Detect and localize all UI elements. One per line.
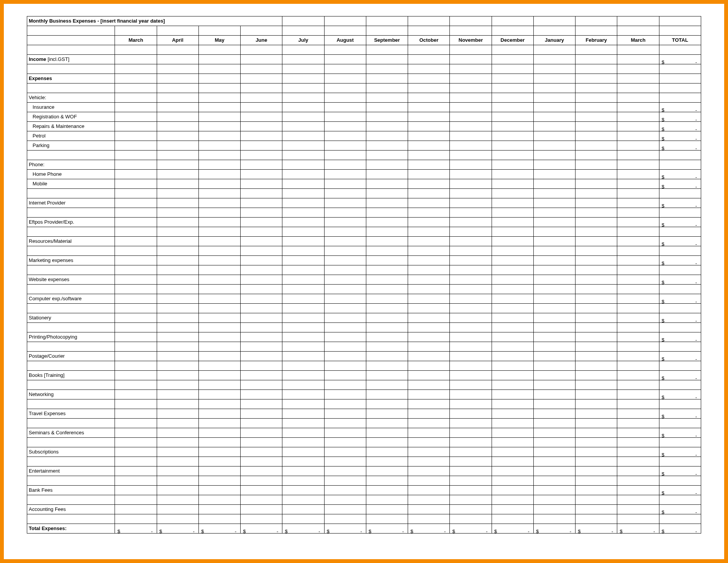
cell[interactable] xyxy=(533,361,575,371)
cell[interactable] xyxy=(617,122,659,131)
cell[interactable] xyxy=(198,131,240,141)
cell[interactable] xyxy=(324,466,366,476)
cell[interactable] xyxy=(366,447,408,457)
cell[interactable] xyxy=(492,466,533,476)
cell[interactable] xyxy=(366,342,408,352)
cell[interactable] xyxy=(115,45,157,55)
cell[interactable] xyxy=(450,208,492,218)
cell[interactable] xyxy=(492,208,533,218)
cell[interactable] xyxy=(241,112,282,122)
cell[interactable] xyxy=(324,103,366,112)
cell[interactable] xyxy=(576,361,617,371)
cell[interactable] xyxy=(366,74,408,83)
cell[interactable] xyxy=(324,198,366,208)
cell[interactable] xyxy=(324,304,366,313)
cell[interactable] xyxy=(27,285,115,294)
cell[interactable] xyxy=(659,304,701,313)
cell[interactable] xyxy=(617,83,659,93)
cell[interactable] xyxy=(533,476,575,486)
cell[interactable] xyxy=(241,198,282,208)
cell[interactable] xyxy=(617,361,659,371)
cell[interactable] xyxy=(617,64,659,74)
cell[interactable] xyxy=(533,131,575,141)
cell[interactable] xyxy=(282,170,324,179)
cell[interactable] xyxy=(366,380,408,390)
cell[interactable] xyxy=(492,151,533,160)
cell[interactable] xyxy=(27,361,115,371)
cell[interactable] xyxy=(241,26,282,36)
cell[interactable] xyxy=(282,179,324,189)
cell[interactable] xyxy=(282,64,324,74)
cell[interactable] xyxy=(492,16,533,26)
cell[interactable] xyxy=(492,323,533,332)
cell[interactable] xyxy=(659,419,701,428)
grand-total[interactable]: $- xyxy=(659,524,701,534)
cell[interactable] xyxy=(324,380,366,390)
total-cell[interactable]: $- xyxy=(659,332,701,342)
cell[interactable] xyxy=(492,160,533,170)
cell[interactable] xyxy=(366,131,408,141)
cell[interactable] xyxy=(533,342,575,352)
cell[interactable] xyxy=(241,438,282,447)
cell[interactable] xyxy=(115,265,157,275)
cell[interactable] xyxy=(115,103,157,112)
month-total[interactable]: $- xyxy=(282,524,324,534)
cell[interactable] xyxy=(617,227,659,237)
cell[interactable] xyxy=(198,342,240,352)
total-cell[interactable]: $- xyxy=(659,170,701,179)
cell[interactable] xyxy=(366,26,408,36)
cell[interactable] xyxy=(282,151,324,160)
cell[interactable] xyxy=(408,198,450,208)
cell[interactable] xyxy=(408,74,450,83)
cell[interactable] xyxy=(157,285,198,294)
cell[interactable] xyxy=(157,122,198,131)
cell[interactable] xyxy=(450,151,492,160)
cell[interactable] xyxy=(492,275,533,285)
cell[interactable] xyxy=(241,514,282,524)
cell[interactable] xyxy=(408,246,450,256)
cell[interactable] xyxy=(659,160,701,170)
total-cell[interactable]: $- xyxy=(659,103,701,112)
cell[interactable] xyxy=(282,74,324,83)
cell[interactable] xyxy=(27,419,115,428)
month-total[interactable]: $- xyxy=(115,524,157,534)
cell[interactable] xyxy=(617,313,659,323)
cell[interactable] xyxy=(450,486,492,495)
cell[interactable] xyxy=(198,476,240,486)
cell[interactable] xyxy=(282,294,324,304)
cell[interactable] xyxy=(576,103,617,112)
cell[interactable] xyxy=(115,304,157,313)
cell[interactable] xyxy=(576,476,617,486)
cell[interactable] xyxy=(115,447,157,457)
cell[interactable] xyxy=(241,428,282,438)
cell[interactable] xyxy=(198,246,240,256)
cell[interactable] xyxy=(324,332,366,342)
cell[interactable] xyxy=(450,64,492,74)
cell[interactable] xyxy=(408,208,450,218)
cell[interactable] xyxy=(366,476,408,486)
cell[interactable] xyxy=(241,294,282,304)
cell[interactable] xyxy=(324,170,366,179)
cell[interactable] xyxy=(450,218,492,227)
cell[interactable] xyxy=(533,141,575,151)
cell[interactable] xyxy=(198,218,240,227)
cell[interactable] xyxy=(492,131,533,141)
cell[interactable] xyxy=(157,227,198,237)
cell[interactable] xyxy=(492,399,533,409)
cell[interactable] xyxy=(115,64,157,74)
cell[interactable] xyxy=(617,151,659,160)
cell[interactable] xyxy=(450,342,492,352)
cell[interactable] xyxy=(198,390,240,399)
cell[interactable] xyxy=(450,112,492,122)
total-cell[interactable]: $- xyxy=(659,275,701,285)
cell[interactable] xyxy=(157,103,198,112)
total-cell[interactable]: $- xyxy=(659,486,701,495)
cell[interactable] xyxy=(576,275,617,285)
cell[interactable] xyxy=(198,151,240,160)
cell[interactable] xyxy=(115,323,157,332)
cell[interactable] xyxy=(492,505,533,514)
cell[interactable] xyxy=(408,457,450,466)
cell[interactable] xyxy=(492,313,533,323)
cell[interactable] xyxy=(366,256,408,265)
cell[interactable] xyxy=(324,256,366,265)
